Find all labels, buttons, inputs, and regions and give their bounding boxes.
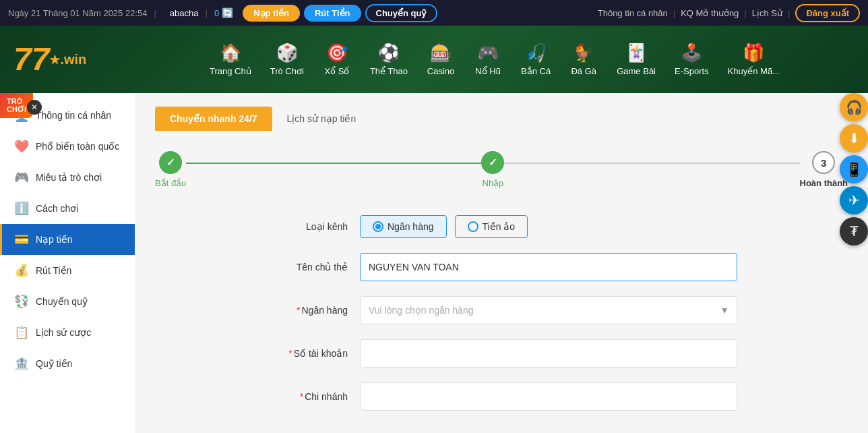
crypto-button[interactable]: ₮: [840, 217, 868, 246]
sidebar-item-naptien[interactable]: 💳 Nạp tiền: [0, 224, 135, 255]
loaikenh-label: Loại kênh: [266, 221, 360, 232]
step1-label: Bắt đầu: [155, 178, 186, 188]
step3-circle: 3: [812, 151, 835, 174]
sidebar-label-mieuta: Miêu tả trò chơi: [36, 172, 102, 183]
topbar-links: Thông tin cá nhân | KQ Mở thưởng | Lịch …: [598, 4, 860, 22]
nav-esports[interactable]: 🕹️ E-Sports: [665, 37, 718, 82]
sidebar-label-thongtin: Thông tin cá nhân: [36, 110, 111, 121]
cock-icon: 🐓: [573, 42, 594, 63]
nav-casino[interactable]: 🎰 Casino: [417, 37, 464, 82]
sidebar-label-lichsucuoc: Lịch sử cược: [36, 327, 91, 338]
sidebar-item-phobien[interactable]: ❤️ Phổ biến toàn quốc: [0, 131, 135, 162]
logo-text: 77: [13, 43, 49, 76]
kqmo-link[interactable]: KQ Mở thưởng: [681, 8, 739, 18]
sotaikhoan-label: *Số tài khoản: [266, 348, 360, 359]
ruttien-button[interactable]: Rút Tiền: [304, 5, 361, 22]
nav-banca[interactable]: 🎣 Bắn Cá: [512, 37, 560, 82]
topbar-datetime: Ngày 21 Tháng 01 Năm 2025 22:54: [8, 8, 147, 18]
promo-icon: 🎁: [743, 42, 764, 63]
sidebar-item-ruttien[interactable]: 💰 Rút Tiền: [0, 255, 135, 286]
nav-casino-label: Casino: [427, 66, 454, 76]
radio-tienao-label: Tiền ảo: [483, 221, 516, 232]
nav-nohu[interactable]: 🎮 Nổ Hũ: [464, 37, 512, 82]
sidebar-item-quytien[interactable]: 🏦 Quỹ tiền: [0, 348, 135, 379]
step2-label: Nhập: [483, 178, 504, 188]
radio-nganhang[interactable]: Ngân hàng: [360, 215, 447, 238]
dangxuat-button[interactable]: Đăng xuất: [795, 4, 860, 22]
sidebar-label-phobien: Phổ biến toàn quốc: [36, 141, 119, 152]
sidebar-item-lichsucuoc[interactable]: 📋 Lịch sử cược: [0, 317, 135, 348]
stepper: ✓ Bắt đầu ✓ Nhập 3 Hoàn thành: [155, 151, 848, 188]
form-row-chinhanh: *Chi nhánh: [266, 382, 737, 411]
radio-dot-tienao: [468, 221, 478, 232]
form-row-nganhang: *Ngân hàng Vui lòng chọn ngân hàng ▼: [266, 296, 737, 324]
radio-tienao[interactable]: Tiền ảo: [455, 215, 528, 238]
form-section: Loại kênh Ngân hàng Tiền ảo Tên chủ thẻ: [266, 215, 737, 411]
nav-gamebai[interactable]: 🃏 Game Bài: [607, 37, 665, 82]
nav-gamebai-label: Game Bài: [617, 66, 656, 76]
naptien-button[interactable]: Nạp tiền: [243, 5, 300, 22]
casino-icon: 🎰: [430, 42, 452, 63]
game2-icon: 🎮: [14, 170, 29, 185]
topbar-username: abacha: [170, 8, 199, 18]
tenchuthe-label: Tên chủ thẻ: [266, 262, 360, 272]
nohu-icon: 🎮: [477, 42, 499, 63]
thongtin-link[interactable]: Thông tin cá nhân: [598, 8, 668, 18]
nav-thethao[interactable]: ⚽ Thể Thao: [361, 37, 417, 82]
chuyenquy-button[interactable]: Chuyển quỹ: [365, 4, 438, 22]
nav-trangchu[interactable]: 🏠 Trang Chủ: [200, 37, 261, 82]
sidebar-label-quytien: Quỹ tiền: [36, 358, 72, 369]
info-icon: ℹ️: [14, 201, 29, 216]
sidebar-item-cachoi[interactable]: ℹ️ Cách chơi: [0, 193, 135, 224]
chinhanh-label: *Chi nhánh: [266, 391, 360, 402]
sotaikhoan-input[interactable]: [360, 339, 737, 368]
lichsu-link[interactable]: Lịch Sử: [752, 8, 782, 18]
nav-xoso[interactable]: 🎯 Xổ Số: [313, 37, 361, 82]
money-icon: 💰: [14, 263, 29, 278]
nav-menu: 🏠 Trang Chủ 🎲 Trò Chơi 🎯 Xổ Số ⚽ Thể Tha…: [135, 37, 855, 82]
nav-trochoi-label: Trò Chơi: [270, 66, 304, 76]
lottery-icon: 🎯: [326, 42, 348, 63]
nav-daga[interactable]: 🐓 Đá Gà: [560, 37, 607, 82]
tab-bar: Chuyển nhanh 24/7 Lịch sử nạp tiền: [155, 107, 848, 131]
chinhanh-input[interactable]: [360, 382, 737, 411]
form-row-loaikenh: Loại kênh Ngân hàng Tiền ảo: [266, 215, 737, 238]
tab-chuyennanh[interactable]: Chuyển nhanh 24/7: [155, 107, 272, 131]
close-promo-button[interactable]: ✕: [27, 100, 42, 115]
topbar-actions: Nạp tiền Rút Tiền Chuyển quỹ: [243, 4, 437, 22]
nav-banca-label: Bắn Cá: [521, 66, 551, 76]
support-button[interactable]: 🎧: [840, 93, 868, 121]
radio-dot-nganhang: [373, 221, 383, 232]
main-content: Chuyển nhanh 24/7 Lịch sử nạp tiền ✓ Bắt…: [135, 93, 868, 433]
nav-trochoi[interactable]: 🎲 Trò Chơi: [261, 37, 313, 82]
refresh-icon[interactable]: 🔄: [222, 7, 233, 18]
nav-khuyenmai[interactable]: 🎁 Khuyến Mã...: [718, 37, 789, 82]
sidebar-item-mieuta[interactable]: 🎮 Miêu tả trò chơi: [0, 162, 135, 193]
download-button[interactable]: ⬇: [840, 124, 868, 152]
game-icon: 🎲: [276, 42, 298, 63]
sidebar-label-chuyenquy: Chuyển quỹ: [36, 296, 88, 307]
sidebar-item-chuyenquy[interactable]: 💱 Chuyển quỹ: [0, 286, 135, 317]
nganhang-select[interactable]: Vui lòng chọn ngân hàng: [360, 296, 737, 324]
nav-thethao-label: Thể Thao: [370, 66, 408, 76]
sidebar-label-cachoi: Cách chơi: [36, 203, 78, 214]
radio-nganhang-label: Ngân hàng: [388, 221, 434, 232]
mobile-button[interactable]: 📱: [840, 155, 868, 183]
logo[interactable]: 77 ★.win: [13, 43, 135, 76]
step-1: ✓ Bắt đầu: [155, 151, 186, 188]
fishing-icon: 🎣: [525, 42, 547, 63]
tenchuthe-input[interactable]: [360, 253, 737, 281]
sports-icon: ⚽: [378, 42, 400, 63]
nav-trangchu-label: Trang Chủ: [210, 66, 251, 76]
form-row-tenchuithe: Tên chủ thẻ: [266, 253, 737, 281]
telegram-button[interactable]: ✈: [840, 186, 868, 214]
topbar-balance: 0 🔄: [214, 7, 233, 18]
step-line-2: [504, 163, 799, 164]
sidebar-label-naptien: Nạp tiền: [36, 234, 73, 245]
step-2: ✓ Nhập: [481, 151, 504, 188]
exchange-icon: 💱: [14, 294, 29, 309]
nav-xoso-label: Xổ Số: [324, 66, 349, 76]
esports-icon: 🕹️: [681, 42, 702, 63]
tab-lichsu[interactable]: Lịch sử nạp tiền: [272, 107, 371, 131]
nav-esports-label: E-Sports: [675, 66, 709, 76]
